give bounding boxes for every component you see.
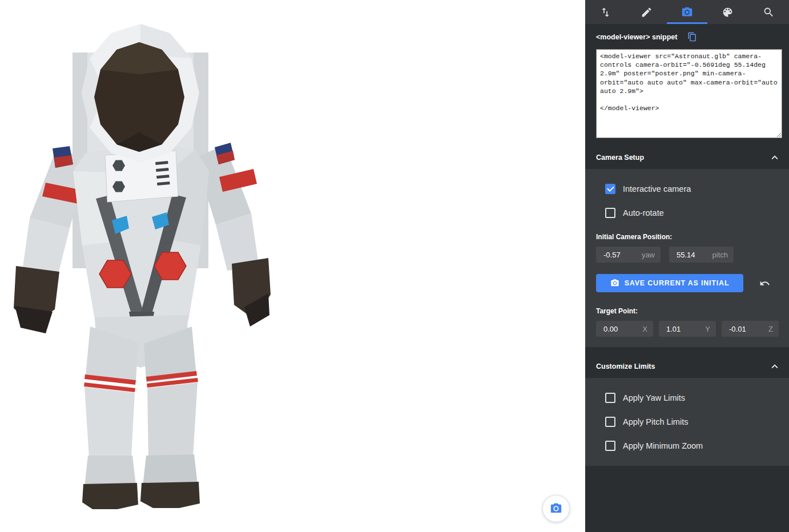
target-y-value: 1.01: [666, 325, 681, 333]
pitch-value: 55.14: [677, 251, 695, 259]
editor-tab-bar: [585, 0, 789, 24]
camera-icon: [681, 6, 693, 18]
yaw-suffix: yaw: [642, 251, 655, 259]
copy-icon: [687, 32, 697, 42]
target-x-suffix: X: [642, 325, 647, 333]
initial-camera-position-label: Initial Camera Position:: [596, 233, 789, 241]
snippet-label: <model-viewer> snippet: [596, 33, 677, 41]
apply-yaw-limits-checkbox[interactable]: [605, 393, 615, 403]
apply-pitch-limits-label: Apply Pitch Limits: [623, 417, 688, 426]
palette-icon: [722, 6, 734, 18]
save-current-as-initial-label: SAVE CURRENT AS INITIAL: [625, 279, 730, 287]
tab-camera[interactable]: [667, 0, 707, 24]
astronaut-model: [0, 0, 585, 532]
apply-pitch-limits-checkbox[interactable]: [605, 417, 615, 427]
astronaut-legs: [82, 315, 200, 509]
target-y-suffix: Y: [705, 325, 710, 333]
target-y-input[interactable]: 1.01 Y: [659, 321, 716, 337]
camera-setup-title: Camera Setup: [596, 154, 768, 162]
snippet-code-textarea[interactable]: <model-viewer src="Astronaut.glb" camera…: [596, 49, 782, 138]
customize-limits-section: Apply Yaw Limits Apply Pitch Limits Appl…: [585, 378, 789, 466]
tab-materials[interactable]: [707, 0, 748, 24]
pitch-input[interactable]: 55.14 pitch: [669, 247, 734, 263]
customize-limits-collapse-button[interactable]: [768, 360, 781, 373]
interactive-camera-label: Interactive camera: [623, 184, 691, 194]
auto-rotate-checkbox[interactable]: [605, 208, 615, 218]
swap-vert-icon: [599, 6, 611, 18]
astronaut-torso: [73, 143, 209, 337]
screenshot-fab-button[interactable]: [542, 495, 570, 522]
target-point-label: Target Point:: [596, 307, 789, 315]
tab-edit[interactable]: [626, 0, 666, 24]
yaw-value: -0.57: [603, 251, 621, 259]
apply-minimum-zoom-row: Apply Minimum Zoom: [605, 441, 789, 451]
editor-panel: <model-viewer> snippet <model-viewer src…: [585, 0, 789, 532]
auto-rotate-row: Auto-rotate: [605, 208, 789, 218]
camera-icon: [610, 279, 619, 288]
auto-rotate-label: Auto-rotate: [623, 208, 664, 217]
undo-icon: [759, 278, 770, 289]
target-z-input[interactable]: -0.01 Z: [722, 321, 779, 337]
apply-minimum-zoom-label: Apply Minimum Zoom: [623, 441, 703, 450]
target-z-value: -0.01: [729, 325, 746, 333]
reset-camera-button[interactable]: [759, 278, 770, 289]
pitch-suffix: pitch: [712, 251, 728, 259]
copy-snippet-button[interactable]: [687, 32, 697, 42]
interactive-camera-checkbox[interactable]: [605, 184, 615, 194]
tab-import-export[interactable]: [585, 0, 626, 24]
apply-yaw-limits-label: Apply Yaw Limits: [623, 393, 685, 402]
camera-icon: [550, 502, 562, 515]
search-icon: [763, 6, 775, 18]
tab-inspector[interactable]: [748, 0, 789, 24]
target-x-input[interactable]: 0.00 X: [596, 321, 653, 337]
camera-setup-collapse-button[interactable]: [768, 151, 781, 164]
interactive-camera-row: Interactive camera: [605, 184, 789, 194]
save-current-as-initial-button[interactable]: SAVE CURRENT AS INITIAL: [596, 274, 743, 292]
model-viewport[interactable]: [0, 0, 585, 532]
chevron-up-icon: [768, 360, 781, 373]
target-z-suffix: Z: [768, 325, 773, 333]
apply-yaw-limits-row: Apply Yaw Limits: [605, 393, 789, 403]
camera-setup-section: Interactive camera Auto-rotate Initial C…: [585, 169, 789, 347]
chevron-up-icon: [768, 151, 781, 164]
yaw-input[interactable]: -0.57 yaw: [596, 247, 661, 263]
customize-limits-header: Customize Limits: [585, 355, 789, 378]
apply-pitch-limits-row: Apply Pitch Limits: [605, 417, 789, 427]
camera-setup-header: Camera Setup: [585, 146, 789, 169]
pencil-icon: [641, 6, 653, 18]
apply-minimum-zoom-checkbox[interactable]: [605, 441, 615, 451]
target-x-value: 0.00: [603, 325, 618, 333]
customize-limits-title: Customize Limits: [596, 362, 768, 370]
